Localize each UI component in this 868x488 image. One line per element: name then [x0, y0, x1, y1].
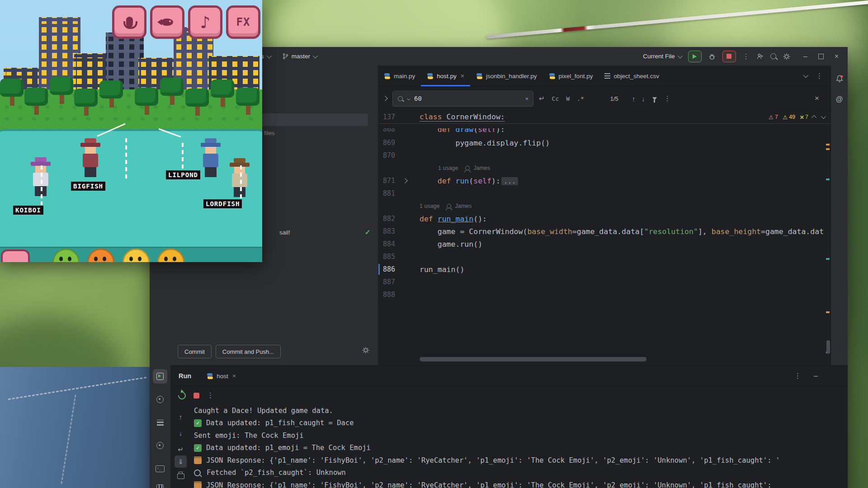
line-number[interactable]: 871 — [378, 177, 395, 185]
error-stripe[interactable] — [825, 123, 831, 365]
vertical-scrollbar[interactable] — [826, 340, 830, 354]
console-output[interactable]: Caught a Dace! Updated game data.✓Data u… — [194, 404, 848, 488]
run-panel-options-icon[interactable]: ⋮ — [794, 372, 801, 380]
commit-and-push-button[interactable]: Commit and Push... — [216, 345, 281, 358]
ai-assistant-icon[interactable]: @ — [831, 95, 848, 103]
regex-toggle[interactable]: .* — [577, 95, 584, 102]
console-line: ✓Data updated: p1_fish_caught = Dace — [194, 417, 848, 430]
code-with-me-icon[interactable] — [756, 53, 764, 60]
tab-pixel-font-py[interactable]: pixel_font.py — [543, 66, 599, 86]
fx-button[interactable]: FX — [226, 5, 260, 39]
music-button[interactable]: ♪ — [188, 5, 222, 39]
close-tab-icon[interactable]: × — [461, 72, 464, 80]
more-actions-icon[interactable]: ⋮ — [743, 52, 750, 61]
python-file-icon — [384, 73, 391, 80]
csv-file-icon — [604, 73, 610, 79]
hide-run-panel-icon[interactable]: – — [814, 372, 818, 380]
services-tool-window-button[interactable] — [153, 415, 167, 430]
close-find-icon[interactable]: × — [815, 94, 831, 103]
line-number[interactable]: 884 — [378, 240, 395, 248]
clear-find-icon[interactable]: × — [525, 95, 528, 102]
line-number[interactable]: 883 — [378, 227, 395, 235]
debug-button[interactable] — [708, 53, 716, 60]
notifications-bell-icon[interactable] — [831, 75, 848, 83]
tab-host-py[interactable]: host.py× — [421, 66, 470, 86]
inspections-widget[interactable]: ⚠7 ⚠49 7 — [769, 114, 825, 121]
print-icon[interactable] — [175, 469, 187, 481]
run-config-selector[interactable]: Current File — [643, 53, 681, 60]
sticky-line[interactable]: 137 class CornerWindow: ⚠7 ⚠49 7 — [378, 111, 831, 124]
words-toggle[interactable]: W — [566, 95, 570, 102]
prev-problem-icon[interactable] — [811, 115, 816, 120]
problems-tool-window-button[interactable] — [153, 438, 167, 453]
commit-tool-window-button[interactable] — [153, 392, 167, 407]
filter-icon[interactable] — [652, 97, 657, 100]
commit-button[interactable]: Commit — [178, 345, 212, 358]
problems-icon — [156, 442, 164, 449]
find-options-icon[interactable]: ⋮ — [664, 94, 671, 103]
next-problem-icon[interactable] — [821, 114, 826, 119]
stop-button[interactable] — [722, 51, 736, 62]
voice-button[interactable] — [112, 5, 146, 39]
previous-match-icon[interactable]: ↑ — [632, 95, 636, 103]
line-number[interactable]: 869 — [378, 139, 395, 147]
fold-arrow-icon — [402, 178, 407, 183]
tab-list-chevron-icon[interactable] — [803, 73, 808, 78]
git-branch-icon — [282, 53, 289, 60]
scroll-down-icon[interactable]: ↓ — [175, 427, 187, 439]
expand-find-icon[interactable] — [382, 96, 387, 101]
run-tab-host[interactable]: host× — [207, 372, 236, 380]
line-number[interactable]: 885 — [378, 253, 395, 261]
tab-main-py[interactable]: main.py — [378, 66, 421, 86]
line-number[interactable]: 887 — [378, 278, 395, 286]
search-everywhere-icon[interactable] — [770, 53, 776, 59]
line-number[interactable]: 870 — [378, 151, 395, 160]
match-case-toggle[interactable]: Cc — [552, 95, 559, 102]
stop-process-button[interactable] — [193, 393, 199, 399]
microphone-icon — [126, 17, 133, 28]
code-editor[interactable]: 868 def draw(self):869 pygame.display.fl… — [378, 123, 831, 365]
line-number[interactable]: 882 — [378, 215, 395, 223]
error-count: ⚠7 — [769, 114, 778, 121]
soft-wrap-icon[interactable]: ↵ — [175, 443, 187, 455]
scroll-up-icon[interactable]: ↑ — [175, 411, 187, 423]
close-run-tab-icon[interactable]: × — [232, 372, 236, 380]
line-number[interactable]: 888 — [378, 291, 395, 299]
packages-tool-window-button[interactable] — [153, 481, 167, 488]
tab-object-sheet-csv[interactable]: object_sheet.csv — [599, 66, 665, 86]
run-toolbar: ⋮ — [170, 387, 848, 404]
commit-options-gear-icon[interactable] — [362, 347, 369, 354]
find-input[interactable]: 60 × — [392, 91, 533, 107]
close-button[interactable]: × — [835, 52, 839, 61]
scroll-to-end-icon[interactable]: ⇓ — [175, 455, 187, 468]
line-number[interactable]: 886 — [378, 265, 395, 273]
fish-button[interactable] — [150, 5, 184, 39]
run-button[interactable] — [688, 51, 702, 62]
tab-options-icon[interactable]: ⋮ — [816, 72, 823, 80]
line-number[interactable]: 881 — [378, 189, 395, 197]
tab-jsonbin-handler-py[interactable]: jsonbin_handler.py — [470, 66, 543, 86]
run-tool-window-button[interactable] — [153, 369, 167, 384]
run-toolbar-more-icon[interactable]: ⋮ — [207, 391, 214, 399]
newline-icon[interactable]: ↵ — [539, 94, 545, 103]
warning-icon: ⚠ — [783, 114, 788, 121]
emoji-picker-button[interactable] — [1, 249, 30, 262]
minimize-button[interactable]: – — [803, 52, 807, 61]
next-match-icon[interactable]: ↓ — [642, 95, 645, 103]
code-line: 881 — [378, 187, 831, 200]
horizontal-scrollbar[interactable] — [420, 357, 646, 361]
rerun-button[interactable] — [177, 390, 188, 401]
line-number[interactable]: 868 — [378, 128, 395, 133]
settings-icon[interactable] — [783, 53, 790, 60]
denim-jeans-photo — [0, 367, 157, 488]
editor-tab-bar: main.py host.py× jsonbin_handler.py pixe… — [378, 66, 831, 87]
project-widget[interactable]: s — [261, 53, 270, 60]
code-lines: 868 def draw(self):869 pygame.display.fl… — [378, 128, 831, 301]
branch-widget[interactable]: master — [282, 53, 316, 60]
code-line: 882def run_main(): — [378, 212, 831, 225]
weak-warning-count: 7 — [800, 114, 808, 120]
run-config-name: Current File — [643, 53, 675, 60]
terminal-tool-window-button[interactable]: ›_ — [153, 461, 167, 476]
maximize-button[interactable] — [818, 54, 824, 59]
search-history-chevron-icon[interactable] — [407, 97, 410, 100]
